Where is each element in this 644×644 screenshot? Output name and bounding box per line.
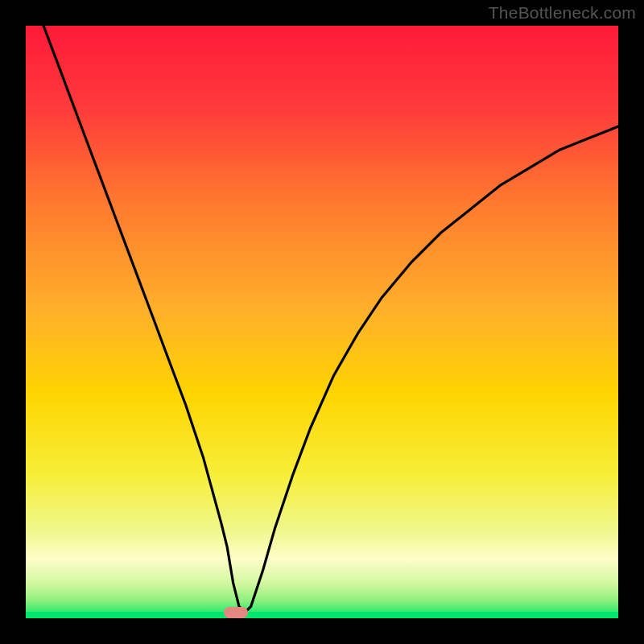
plot-area xyxy=(26,26,618,618)
bottleneck-curve xyxy=(26,26,618,618)
watermark-text: TheBottleneck.com xyxy=(489,3,636,23)
minimum-marker xyxy=(224,607,248,618)
chart-frame: TheBottleneck.com xyxy=(0,0,644,644)
